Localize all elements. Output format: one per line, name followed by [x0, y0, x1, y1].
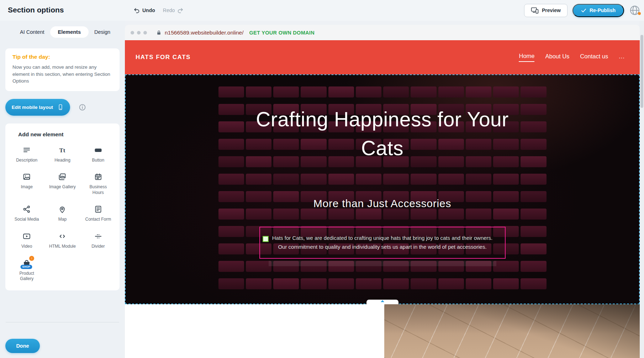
sidebar-divider: [6, 322, 119, 322]
add-element-heading[interactable]: Tt Heading: [44, 145, 80, 163]
edit-mobile-layout-label: Edit mobile layout: [12, 105, 53, 110]
description-icon: [22, 145, 31, 156]
get-your-own-domain-link[interactable]: GET YOUR OWN DOMAIN: [249, 30, 314, 36]
add-element-product-gallery[interactable]: SHOP ↑ Product Gallery: [9, 258, 44, 282]
site-preview: Hats for Cats Home About Us Contact us .…: [125, 40, 640, 358]
hero-heading[interactable]: Crafting Happiness for Your Cats: [254, 105, 511, 163]
add-element-social-media[interactable]: Social Media: [9, 204, 44, 222]
undo-icon: [133, 7, 140, 14]
element-grid: Description Tt Heading Button Image: [9, 145, 116, 282]
tab-ai-content[interactable]: AI Content: [14, 26, 50, 38]
redo-label: Redo: [163, 7, 175, 13]
section-resize-handle[interactable]: [366, 300, 398, 304]
divider-icon: [94, 231, 102, 242]
republish-label: Re-Publish: [590, 7, 616, 13]
topbar-actions: Preview Re-Publish: [524, 0, 640, 21]
tab-elements[interactable]: Elements: [50, 26, 89, 38]
nav-item-about-us[interactable]: About Us: [545, 53, 569, 62]
add-element-video[interactable]: Video: [9, 231, 44, 249]
add-new-element-title: Add new element: [18, 131, 116, 138]
section-options-sidebar: AI Content Elements Design Tip of the da…: [0, 21, 125, 358]
page-scrollbar[interactable]: [640, 21, 644, 358]
site-header: Hats for Cats Home About Us Contact us .…: [125, 40, 640, 74]
add-element-image-gallery[interactable]: Image Gallery: [44, 172, 80, 195]
preview-label: Preview: [542, 7, 561, 13]
hero-section[interactable]: Crafting Happiness for Your Cats More th…: [125, 74, 640, 304]
upgrade-badge-icon: ↑: [29, 256, 34, 261]
app-topbar: Section options Undo Redo Preview Re-P: [0, 0, 644, 21]
edit-mobile-layout-button[interactable]: Edit mobile layout: [5, 99, 70, 116]
window-dots: [131, 31, 147, 35]
check-icon: [581, 8, 586, 13]
heading-icon: Tt: [58, 145, 67, 156]
redo-button[interactable]: Redo: [163, 7, 184, 14]
language-globe-button[interactable]: [629, 5, 640, 16]
hero-subheading[interactable]: More than Just Accessories: [125, 198, 640, 210]
tip-of-the-day-card: Tip of the day: Now you can add, move an…: [5, 48, 120, 91]
add-new-element-panel: Add new element Description Tt Heading B…: [5, 123, 120, 290]
product-gallery-icon: SHOP ↑: [22, 258, 31, 269]
preview-button[interactable]: Preview: [524, 4, 568, 17]
shop-badge: SHOP: [21, 265, 32, 269]
image-icon: [22, 172, 31, 182]
drag-ghost-bar: [269, 261, 496, 266]
button-icon: [94, 145, 102, 156]
browser-chrome-bar: n1566589.websitebuilder.online/ GET YOUR…: [125, 25, 640, 40]
tip-body: Now you can add, move and resize any ele…: [12, 64, 113, 85]
phone-icon: [57, 104, 64, 111]
scrollbar-thumb[interactable]: [640, 35, 643, 108]
add-element-html-module[interactable]: HTML Module: [44, 231, 80, 249]
site-nav: Home About Us Contact us ...: [519, 53, 625, 62]
hero-description[interactable]: Hats for Cats, we are dedicated to craft…: [267, 234, 498, 252]
next-section-white-area: [125, 304, 384, 358]
editor-canvas: n1566589.websitebuilder.online/ GET YOUR…: [125, 21, 640, 358]
image-gallery-icon: [58, 172, 67, 182]
business-hours-icon: [94, 172, 102, 182]
done-button[interactable]: Done: [5, 339, 40, 353]
site-url[interactable]: n1566589.websitebuilder.online/: [165, 30, 243, 36]
svg-text:Tt: Tt: [59, 147, 65, 154]
add-element-image[interactable]: Image: [9, 172, 44, 195]
next-section-floor-image: [384, 304, 640, 358]
add-element-business-hours[interactable]: Business Hours: [80, 172, 116, 195]
add-element-map[interactable]: Map: [44, 204, 80, 222]
video-icon: [22, 231, 31, 242]
undo-redo-group: Undo Redo: [133, 0, 184, 21]
add-element-contact-form[interactable]: Contact Form: [80, 204, 116, 222]
map-icon: [58, 204, 67, 215]
page-title: Section options: [8, 6, 64, 14]
preview-devices-icon: [531, 7, 539, 14]
mobile-layout-row: Edit mobile layout: [5, 99, 120, 116]
add-element-button[interactable]: Button: [80, 145, 116, 163]
nav-item-home[interactable]: Home: [519, 53, 534, 62]
tip-title: Tip of the day:: [12, 54, 113, 60]
contact-form-icon: [94, 204, 102, 215]
site-logo[interactable]: Hats for Cats: [136, 54, 191, 61]
undo-label: Undo: [142, 7, 155, 13]
nav-item-contact-us[interactable]: Contact us: [580, 53, 608, 62]
html-module-icon: [58, 231, 67, 242]
undo-button[interactable]: Undo: [133, 7, 155, 14]
lock-icon: [156, 30, 162, 36]
sidebar-tabs: AI Content Elements Design: [14, 26, 113, 38]
resize-dashed-line: [370, 304, 395, 305]
tab-design[interactable]: Design: [89, 26, 116, 38]
next-section-preview[interactable]: [125, 304, 640, 358]
add-element-divider[interactable]: Divider: [80, 231, 116, 249]
element-drag-handle[interactable]: [263, 236, 269, 242]
info-icon[interactable]: [79, 104, 86, 111]
nav-more-button[interactable]: ...: [619, 53, 625, 62]
notification-dot: [638, 12, 641, 15]
resize-arrow-up-icon: [381, 300, 384, 302]
add-element-description[interactable]: Description: [9, 145, 44, 163]
social-media-icon: [22, 204, 31, 215]
republish-button[interactable]: Re-Publish: [572, 4, 624, 17]
selected-text-element[interactable]: Hats for Cats, we are dedicated to craft…: [259, 227, 506, 259]
redo-icon: [177, 7, 184, 14]
